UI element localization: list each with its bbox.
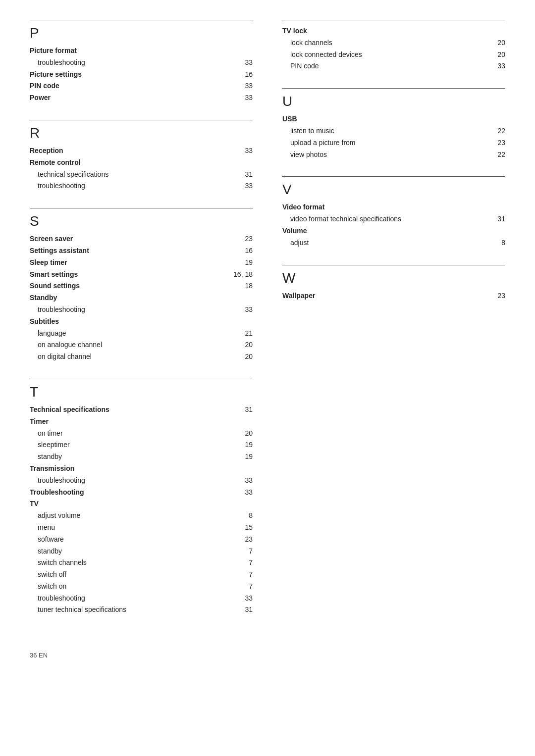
index-entry: on timer20 (30, 428, 253, 440)
entry-page: 16 (238, 245, 253, 257)
entry-page: 7 (238, 557, 253, 569)
entry-label: Screen saver (30, 233, 234, 245)
index-entry: Video format (282, 202, 505, 213)
entry-page: 33 (490, 60, 505, 72)
index-entry: TV lock (282, 25, 505, 37)
entry-label: switch off (30, 569, 234, 581)
entry-label: adjust (282, 237, 486, 249)
index-entry: view photos22 (282, 149, 505, 161)
entry-label: Picture format (30, 45, 234, 57)
entry-label: switch channels (30, 557, 234, 569)
entry-page: 33 (238, 304, 253, 316)
entry-label: listen to music (282, 125, 486, 137)
left-column: PPicture formattroubleshooting33Picture … (30, 20, 272, 632)
section-divider (282, 176, 505, 177)
entry-label: Timer (30, 416, 234, 428)
entry-page: 31 (238, 169, 253, 181)
entry-label: TV (30, 498, 234, 510)
index-entry: Wallpaper23 (282, 290, 505, 302)
entry-label: troubleshooting (30, 304, 234, 316)
index-entry: Remote control (30, 157, 253, 169)
index-entry: video format technical specifications31 (282, 213, 505, 225)
index-entry: Picture settings16 (30, 69, 253, 81)
section-letter: R (30, 125, 253, 141)
section-divider (30, 20, 253, 20)
index-entry: Subtitles (30, 316, 253, 328)
entry-label: Remote control (30, 157, 234, 169)
index-entry: USB (282, 113, 505, 125)
index-entry: PIN code33 (30, 80, 253, 92)
entry-page: 31 (238, 404, 253, 416)
entry-label: Subtitles (30, 316, 234, 328)
page-layout: PPicture formattroubleshooting33Picture … (30, 20, 505, 632)
index-entry: sleeptimer19 (30, 439, 253, 451)
entry-label: lock channels (282, 37, 486, 49)
entry-label: Power (30, 92, 234, 104)
entry-label: PIN code (282, 60, 486, 72)
entry-page: 20 (238, 351, 253, 363)
entry-label: sleeptimer (30, 439, 234, 451)
entry-label: Transmission (30, 463, 234, 475)
index-section: VVideo formatvideo format technical spec… (282, 176, 505, 249)
entry-label: troubleshooting (30, 180, 234, 192)
index-entry: Timer (30, 416, 253, 428)
entry-label: switch on (30, 581, 234, 593)
index-entry: upload a picture from23 (282, 137, 505, 149)
entry-page: 23 (490, 290, 505, 302)
index-entry: Smart settings16, 18 (30, 269, 253, 281)
entry-page: 22 (490, 149, 505, 161)
entry-label: troubleshooting (30, 57, 234, 69)
section-divider (282, 265, 505, 265)
index-section: RReception33Remote controltechnical spec… (30, 120, 253, 192)
index-entry: switch off7 (30, 569, 253, 581)
section-divider (282, 20, 505, 20)
index-entry: on digital channel20 (30, 351, 253, 363)
footer-text: 36 EN (30, 652, 48, 659)
entry-label: Technical specifications (30, 404, 234, 416)
entry-label: upload a picture from (282, 137, 486, 149)
entry-page: 31 (238, 604, 253, 616)
index-entry: Troubleshooting33 (30, 487, 253, 499)
section-divider (282, 88, 505, 89)
entry-page: 21 (238, 328, 253, 340)
entry-page: 19 (238, 257, 253, 269)
entry-label: on timer (30, 428, 234, 440)
entry-page: 20 (238, 428, 253, 440)
index-entry: lock connected devices20 (282, 49, 505, 61)
entry-label: lock connected devices (282, 49, 486, 61)
index-entry: troubleshooting33 (30, 57, 253, 69)
index-entry: Picture format (30, 45, 253, 57)
entry-label: on digital channel (30, 351, 234, 363)
entry-label: troubleshooting (30, 593, 234, 605)
right-column: TV locklock channels20lock connected dev… (272, 20, 505, 632)
index-entry: switch on7 (30, 581, 253, 593)
index-entry: software23 (30, 534, 253, 546)
entry-page: 20 (490, 37, 505, 49)
index-entry: Settings assistant16 (30, 245, 253, 257)
section-letter: S (30, 213, 253, 229)
index-entry: Screen saver23 (30, 233, 253, 245)
index-entry: Technical specifications31 (30, 404, 253, 416)
entry-page: 7 (238, 569, 253, 581)
entry-page: 33 (238, 57, 253, 69)
index-section: UUSBlisten to music22upload a picture fr… (282, 88, 505, 160)
index-entry: PIN code33 (282, 60, 505, 72)
entry-label: Picture settings (30, 69, 234, 81)
entry-page: 19 (238, 439, 253, 451)
entry-page: 33 (238, 92, 253, 104)
index-entry: Sleep timer19 (30, 257, 253, 269)
entry-page: 20 (238, 339, 253, 351)
section-divider (30, 379, 253, 379)
index-entry: troubleshooting33 (30, 593, 253, 605)
entry-page: 16 (238, 69, 253, 81)
entry-page: 19 (238, 451, 253, 463)
entry-page: 8 (490, 237, 505, 249)
index-entry: troubleshooting33 (30, 304, 253, 316)
entry-page: 33 (238, 487, 253, 499)
index-entry: standby19 (30, 451, 253, 463)
index-entry: Sound settings18 (30, 280, 253, 292)
entry-label: technical specifications (30, 169, 234, 181)
entry-label: video format technical specifications (282, 213, 486, 225)
entry-label: Reception (30, 145, 234, 157)
entry-label: language (30, 328, 234, 340)
